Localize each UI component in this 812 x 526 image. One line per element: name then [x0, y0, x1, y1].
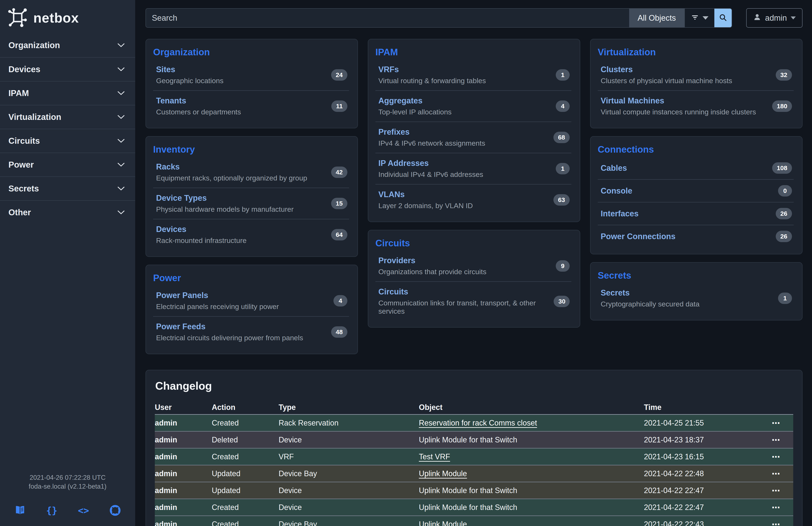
card-circuits: CircuitsProvidersOrganizations that prov…: [368, 230, 580, 328]
row-actions-ellipsis[interactable]: ⋯: [749, 502, 793, 512]
count-badge[interactable]: 26: [776, 208, 792, 219]
sidebar-item-circuits[interactable]: Circuits: [0, 129, 135, 153]
changelog-object-link[interactable]: Test VRF: [419, 452, 450, 461]
count-badge[interactable]: 68: [553, 132, 570, 143]
card-item-link[interactable]: Power Feeds: [156, 322, 205, 331]
search-input[interactable]: [146, 9, 629, 27]
card-item-link[interactable]: Console: [601, 186, 632, 195]
table-row: adminUpdatedDeviceUplink Module for that…: [155, 482, 793, 499]
row-actions-ellipsis[interactable]: ⋯: [749, 418, 793, 428]
count-badge[interactable]: 4: [556, 100, 570, 112]
count-badge[interactable]: 30: [554, 296, 570, 307]
count-badge[interactable]: 180: [772, 100, 792, 112]
card-item-link[interactable]: Virtual Machines: [601, 96, 664, 105]
card-item-text: Console: [601, 186, 632, 196]
card-title-link[interactable]: Organization: [153, 47, 349, 57]
card-item-link[interactable]: Secrets: [601, 288, 629, 297]
changelog-action: Updated: [212, 469, 279, 478]
card-item-link[interactable]: Sites: [156, 65, 175, 74]
card-item-link[interactable]: Cables: [601, 164, 627, 172]
topbar: All Objects: [146, 8, 802, 28]
card-title-link[interactable]: Inventory: [153, 144, 349, 155]
row-actions-ellipsis[interactable]: ⋯: [749, 469, 793, 479]
sidebar-item-label: Virtualization: [9, 112, 61, 122]
card-ipam: IPAMVRFsVirtual routing & forwarding tab…: [368, 39, 580, 222]
sidebar-item-power[interactable]: Power: [0, 153, 135, 176]
brand[interactable]: netbox: [0, 0, 135, 27]
row-actions-ellipsis[interactable]: ⋯: [749, 520, 793, 526]
sidebar-item-secrets[interactable]: Secrets: [0, 176, 135, 200]
card-title-link[interactable]: Circuits: [375, 238, 571, 248]
card-item-link[interactable]: Prefixes: [378, 128, 410, 136]
card-item-link[interactable]: Clusters: [601, 65, 633, 74]
sidebar-item-ipam[interactable]: IPAM: [0, 81, 135, 105]
count-badge[interactable]: 1: [778, 293, 792, 304]
changelog-object-link[interactable]: Uplink Module: [419, 469, 467, 478]
count-badge[interactable]: 4: [333, 295, 347, 307]
card-item-link[interactable]: Interfaces: [601, 209, 639, 218]
code-brackets-icon[interactable]: <>: [78, 505, 89, 516]
changelog-type: Device: [279, 486, 419, 495]
row-actions-ellipsis[interactable]: ⋯: [749, 435, 793, 445]
count-badge[interactable]: 11: [331, 100, 347, 112]
sidebar-item-virtualization[interactable]: Virtualization: [0, 105, 135, 129]
changelog-object-link[interactable]: Uplink Module: [419, 520, 467, 526]
changelog-object-link[interactable]: Reservation for rack Comms closet: [419, 418, 537, 427]
caret-down-icon: [791, 16, 796, 19]
search-filter-button[interactable]: [684, 9, 714, 27]
count-badge[interactable]: 24: [331, 69, 347, 81]
changelog-user: admin: [155, 418, 212, 427]
card-item-link[interactable]: Aggregates: [378, 96, 422, 105]
count-badge[interactable]: 42: [331, 167, 347, 178]
search-submit-button[interactable]: [714, 9, 731, 27]
count-badge[interactable]: 108: [772, 162, 792, 174]
card-title-link[interactable]: Connections: [598, 144, 794, 155]
help-lifebuoy-icon[interactable]: [110, 505, 121, 516]
card-item-text: Virtual MachinesVirtual compute instance…: [601, 96, 756, 116]
user-menu-button[interactable]: admin: [746, 8, 803, 28]
card-item-link[interactable]: Power Panels: [156, 291, 208, 300]
docs-book-icon[interactable]: [15, 505, 26, 516]
count-badge[interactable]: 32: [776, 69, 792, 81]
count-badge[interactable]: 26: [776, 231, 792, 242]
card-title-link[interactable]: Virtualization: [598, 47, 794, 57]
card-item-text: CircuitsCommunication links for transit,…: [378, 287, 554, 315]
card-item-desc: Physical hardware models by manufacturer: [156, 205, 294, 213]
card-item-link[interactable]: VLANs: [378, 190, 405, 199]
changelog-col-header-time: Time: [644, 403, 749, 412]
row-actions-ellipsis[interactable]: ⋯: [749, 452, 793, 461]
card-item-link[interactable]: VRFs: [378, 65, 399, 74]
card-item-link[interactable]: Tenants: [156, 96, 186, 105]
card-item-link[interactable]: IP Addresses: [378, 159, 429, 168]
card-item-link[interactable]: Power Connections: [601, 232, 676, 241]
count-badge[interactable]: 1: [556, 69, 570, 81]
card-item-link[interactable]: Devices: [156, 225, 186, 234]
card-item: RacksEquipment racks, optionally organiz…: [153, 157, 349, 188]
card-item-link[interactable]: Racks: [156, 162, 180, 171]
card-item-link[interactable]: Providers: [378, 256, 415, 265]
sidebar-item-organization[interactable]: Organization: [0, 33, 135, 57]
count-badge[interactable]: 15: [331, 198, 347, 209]
api-braces-icon[interactable]: {}: [46, 505, 57, 516]
count-badge[interactable]: 9: [556, 260, 570, 272]
card-title-link[interactable]: IPAM: [375, 47, 571, 57]
card-title-link[interactable]: Power: [153, 273, 349, 283]
sidebar-item-devices[interactable]: Devices: [0, 57, 135, 81]
card-item-link[interactable]: Circuits: [378, 287, 408, 296]
count-badge[interactable]: 0: [778, 185, 792, 197]
card-title-link[interactable]: Secrets: [598, 270, 794, 281]
card-item-link[interactable]: Device Types: [156, 194, 207, 202]
card-item-text: TenantsCustomers or departments: [156, 96, 241, 116]
sidebar-item-other[interactable]: Other: [0, 200, 135, 224]
row-actions-ellipsis[interactable]: ⋯: [749, 486, 793, 495]
main-content: All Objects: [135, 0, 812, 526]
count-badge[interactable]: 63: [553, 194, 570, 205]
count-badge[interactable]: 48: [331, 326, 347, 338]
search-scope-select[interactable]: All Objects: [629, 9, 684, 27]
count-badge[interactable]: 64: [331, 229, 347, 240]
card-item: VLANsLayer 2 domains, by VLAN ID63: [375, 184, 571, 215]
count-badge[interactable]: 1: [556, 163, 570, 174]
card-item: ClustersClusters of physical virtual mac…: [598, 59, 794, 90]
card-item-text: ClustersClusters of physical virtual mac…: [601, 65, 732, 85]
card-item: ProvidersOrganizations that provide circ…: [375, 251, 571, 281]
